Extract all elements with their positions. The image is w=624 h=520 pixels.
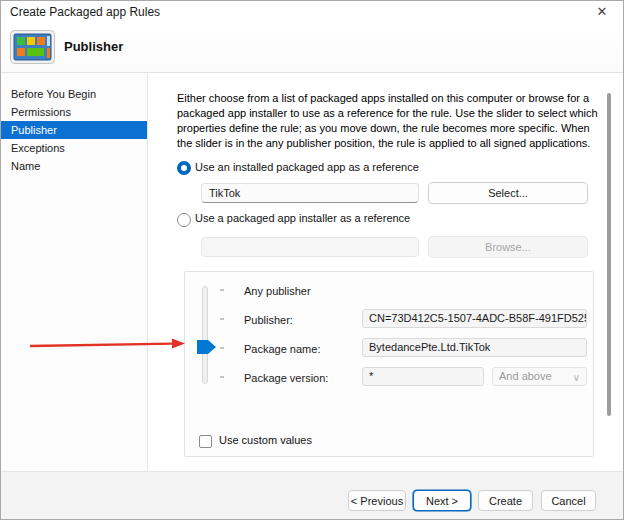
sidebar-item-before-you-begin[interactable]: Before You Begin [1,85,147,103]
sidebar-item-exceptions[interactable]: Exceptions [1,139,147,157]
previous-button[interactable]: < Previous [348,490,406,511]
package-version-value-field: * [362,367,484,386]
publisher-label: Publisher: [244,314,293,326]
installer-path-field [201,237,419,257]
next-button[interactable]: Next > [413,490,471,511]
page-title: Publisher [64,39,123,54]
sidebar-item-name[interactable]: Name [1,157,147,175]
version-scope-dropdown: And above ∨ [492,367,587,386]
installed-app-radio-label[interactable]: Use an installed packaged app as a refer… [195,161,419,173]
installer-radio[interactable] [177,213,191,227]
installed-app-name-field[interactable]: TikTok [201,183,419,203]
vertical-scrollbar[interactable] [607,93,611,416]
wizard-header: Publisher [1,23,623,73]
page-description: Either choose from a list of packaged ap… [177,91,601,151]
package-name-value-field: BytedancePte.Ltd.TikTok [362,338,587,357]
select-button[interactable]: Select... [428,182,588,204]
chevron-down-icon: ∨ [573,369,580,386]
create-packaged-app-rules-dialog: { "window": { "title": "Create Packaged … [0,0,624,520]
installer-radio-label[interactable]: Use a packaged app installer as a refere… [195,212,410,224]
use-custom-values-checkbox[interactable] [199,435,212,448]
slider-tick-package-version [220,376,224,378]
publisher-scope-panel: Any publisher Publisher: Package name: P… [184,271,594,457]
publisher-value-field: CN=73D412C5-1507-4ADC-B58F-491FD52592E3 [362,309,587,328]
any-publisher-label: Any publisher [244,285,311,297]
specificity-slider-track[interactable] [202,286,208,384]
close-icon[interactable]: ✕ [587,2,617,22]
title-bar: Create Packaged app Rules ✕ [1,1,623,23]
package-version-label: Package version: [244,372,328,384]
use-custom-values-label[interactable]: Use custom values [219,434,312,446]
slider-tick-any-publisher [220,289,224,291]
window-title: Create Packaged app Rules [10,5,160,19]
slider-tick-publisher [220,318,224,320]
slider-tick-package-name [220,347,224,349]
browse-button: Browse... [428,236,588,258]
create-button[interactable]: Create [478,490,533,511]
version-scope-value: And above [499,370,552,382]
sidebar-item-publisher[interactable]: Publisher [1,121,147,139]
specificity-slider-thumb[interactable] [197,340,216,354]
button-bar: < Previous Next > Create Cancel [1,471,623,520]
wizard-steps-sidebar: Before You Begin Permissions Publisher E… [1,73,148,471]
installed-app-radio[interactable] [177,161,191,175]
sidebar-item-permissions[interactable]: Permissions [1,103,147,121]
packaged-app-tiles-icon [10,30,55,68]
package-name-label: Package name: [244,343,320,355]
cancel-button[interactable]: Cancel [541,490,596,511]
